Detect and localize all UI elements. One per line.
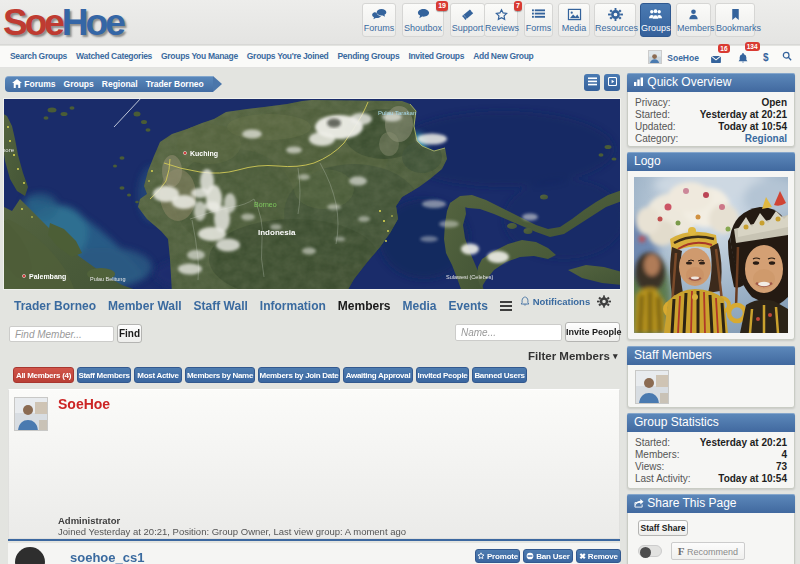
svg-text:Indonesia: Indonesia: [258, 228, 296, 237]
svg-text:Borneo: Borneo: [254, 201, 277, 208]
svg-text:Pulau Tarakan: Pulau Tarakan: [378, 110, 416, 116]
svg-text:Pulau Belitung: Pulau Belitung: [90, 276, 125, 282]
svg-text:pore: pore: [4, 147, 15, 153]
svg-text:Kuching: Kuching: [190, 150, 218, 158]
svg-text:Sulawesi (Celebes): Sulawesi (Celebes): [446, 274, 494, 280]
svg-text:Palembang: Palembang: [29, 273, 66, 281]
